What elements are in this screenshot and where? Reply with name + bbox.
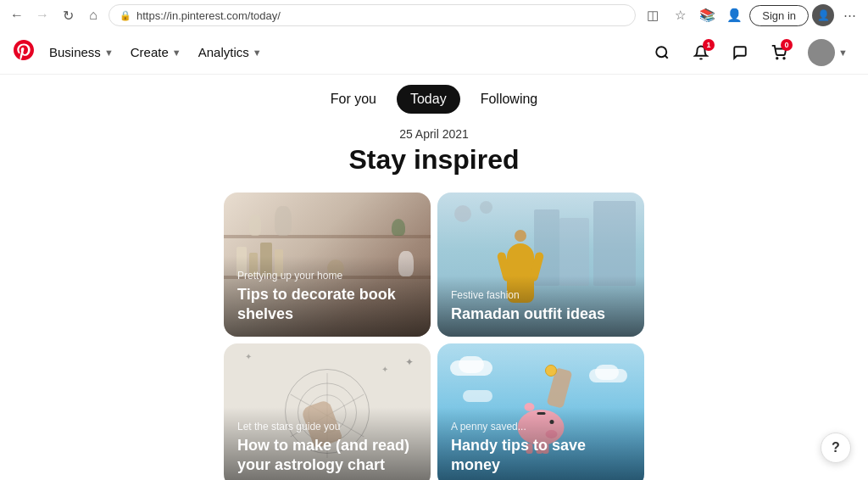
cards-grid: Prettying up your home Tips to decorate … xyxy=(0,193,868,480)
card-title-money: Handy tips to save money xyxy=(451,436,631,474)
nav-right: 1 0 ▼ xyxy=(645,36,854,70)
card-title-bookshelf: Tips to decorate book shelves xyxy=(237,285,417,323)
card-overlay-fashion: Festive fashion Ramadan outfit ideas xyxy=(437,276,644,338)
nav-analytics[interactable]: Analytics ▼ xyxy=(190,40,270,64)
browser-chrome: ← → ↻ ⌂ 🔒 https://in.pinterest.com/today… xyxy=(0,0,868,31)
profile-button[interactable]: 👤 xyxy=(722,3,746,27)
svg-point-0 xyxy=(656,47,666,57)
notifications-badge: 1 xyxy=(703,39,715,51)
business-chevron: ▼ xyxy=(104,47,114,58)
lock-icon: 🔒 xyxy=(120,10,131,21)
messages-button[interactable] xyxy=(723,36,757,70)
card-astrology[interactable]: ✦ ✦ ✦ Let the stars guide you How to mak… xyxy=(224,343,431,480)
card-overlay-bookshelf: Prettying up your home Tips to decorate … xyxy=(224,256,431,337)
card-title-fashion: Ramadan outfit ideas xyxy=(451,304,631,324)
user-chevron: ▼ xyxy=(838,47,848,58)
user-avatar xyxy=(808,39,835,66)
tab-bar: For you Today Following xyxy=(0,75,868,114)
analytics-chevron: ▼ xyxy=(253,47,262,58)
card-subtitle-bookshelf: Prettying up your home xyxy=(237,270,417,282)
bookmark-button[interactable]: ☆ xyxy=(668,3,692,27)
card-bookshelf[interactable]: Prettying up your home Tips to decorate … xyxy=(224,193,431,337)
nav-business[interactable]: Business ▼ xyxy=(41,40,122,64)
create-chevron: ▼ xyxy=(172,47,181,58)
business-label: Business xyxy=(49,45,101,59)
analytics-label: Analytics xyxy=(198,45,249,59)
main-content: 25 April 2021 Stay inspired xyxy=(0,114,868,480)
card-subtitle-astrology: Let the stars guide you xyxy=(237,421,417,433)
tab-today[interactable]: Today xyxy=(397,85,460,114)
nav-create[interactable]: Create ▼ xyxy=(122,40,190,64)
pinterest-nav: Business ▼ Create ▼ Analytics ▼ 1 0 ▼ xyxy=(0,31,868,75)
browser-avatar: 👤 xyxy=(812,4,834,26)
address-bar[interactable]: 🔒 https://in.pinterest.com/today/ xyxy=(108,4,636,26)
cart-button[interactable]: 0 xyxy=(762,36,796,70)
notifications-button[interactable]: 1 xyxy=(684,36,718,70)
search-button[interactable] xyxy=(645,36,679,70)
refresh-button[interactable]: ↻ xyxy=(58,5,78,25)
browser-actions: ◫ ☆ 📚 👤 Sign in 👤 ⋯ xyxy=(641,3,861,27)
menu-button[interactable]: ⋯ xyxy=(837,3,861,27)
sign-in-button[interactable]: Sign in xyxy=(749,5,809,26)
svg-line-1 xyxy=(665,55,668,58)
user-menu[interactable]: ▼ xyxy=(801,36,854,70)
tab-following[interactable]: Following xyxy=(467,85,552,114)
card-subtitle-fashion: Festive fashion xyxy=(451,289,631,301)
url-text: https://in.pinterest.com/today/ xyxy=(136,9,281,22)
card-overlay-money: A penny saved... Handy tips to save mone… xyxy=(437,407,644,480)
date-heading: 25 April 2021 xyxy=(0,114,868,144)
card-fashion[interactable]: Festive fashion Ramadan outfit ideas xyxy=(437,193,644,337)
card-overlay-astrology: Let the stars guide you How to make (and… xyxy=(224,407,431,480)
collection-button[interactable]: 📚 xyxy=(695,3,719,27)
svg-point-2 xyxy=(776,58,778,59)
tab-for-you[interactable]: For you xyxy=(317,85,390,114)
pinterest-logo[interactable] xyxy=(14,40,34,65)
create-label: Create xyxy=(131,45,169,59)
card-subtitle-money: A penny saved... xyxy=(451,421,631,433)
card-title-astrology: How to make (and read) your astrology ch… xyxy=(237,436,417,474)
cart-badge: 0 xyxy=(781,39,793,51)
browser-toolbar: ← → ↻ ⌂ 🔒 https://in.pinterest.com/today… xyxy=(0,0,868,31)
svg-point-3 xyxy=(783,58,785,59)
help-button[interactable]: ? xyxy=(821,433,851,463)
home-button[interactable]: ⌂ xyxy=(83,5,103,25)
main-title: Stay inspired xyxy=(0,144,868,176)
extensions-button[interactable]: ◫ xyxy=(641,3,665,27)
forward-button[interactable]: → xyxy=(32,5,53,25)
back-button[interactable]: ← xyxy=(7,5,27,25)
card-money[interactable]: A penny saved... Handy tips to save mone… xyxy=(437,343,644,480)
